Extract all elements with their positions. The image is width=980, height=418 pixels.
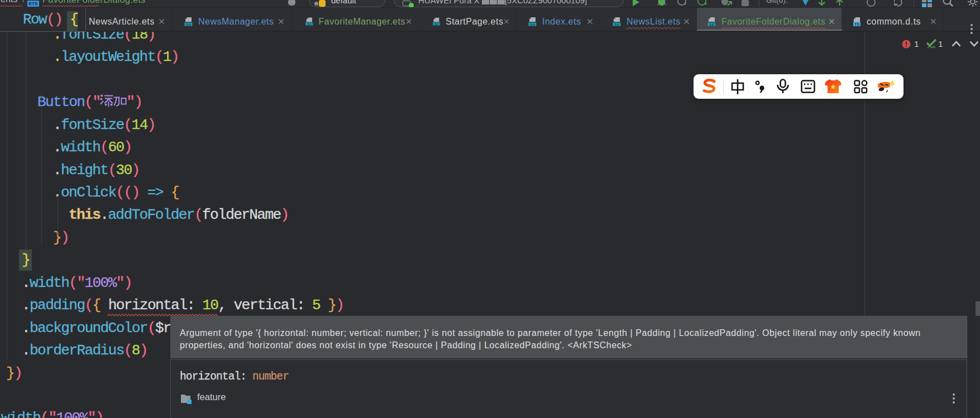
svg-text:ETS: ETS [529, 22, 537, 27]
svg-text:ETS: ETS [185, 22, 193, 27]
svg-text:TS: TS [854, 22, 860, 27]
svg-text:ETS: ETS [433, 22, 440, 26]
svg-text:ETS: ETS [708, 22, 716, 27]
svg-text:ETS: ETS [305, 22, 313, 26]
svg-text:ETS: ETS [613, 22, 621, 27]
